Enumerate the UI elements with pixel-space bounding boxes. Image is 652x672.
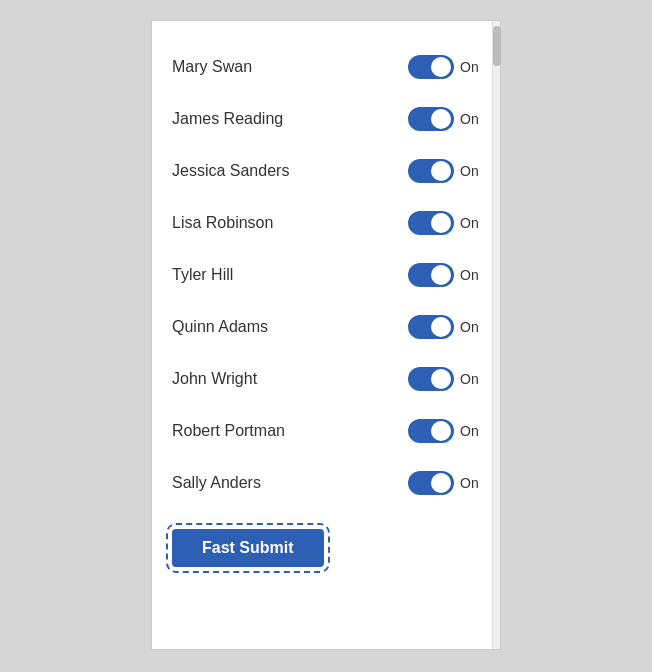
person-row-robert-portman: Robert PortmanOn — [172, 405, 480, 457]
toggle-john-wright[interactable] — [408, 367, 454, 391]
toggle-label-sally-anders: On — [460, 475, 480, 491]
toggle-label-jessica-sanders: On — [460, 163, 480, 179]
person-name-robert-portman: Robert Portman — [172, 422, 285, 440]
toggle-label-mary-swan: On — [460, 59, 480, 75]
toggle-group-sally-anders: On — [408, 471, 480, 495]
scroll-thumb[interactable] — [493, 26, 501, 66]
toggle-knob-mary-swan — [431, 57, 451, 77]
toggle-knob-tyler-hill — [431, 265, 451, 285]
toggle-group-tyler-hill: On — [408, 263, 480, 287]
person-row-james-reading: James ReadingOn — [172, 93, 480, 145]
toggle-label-james-reading: On — [460, 111, 480, 127]
person-row-lisa-robinson: Lisa RobinsonOn — [172, 197, 480, 249]
toggle-knob-robert-portman — [431, 421, 451, 441]
fast-submit-button[interactable]: Fast Submit — [172, 529, 324, 567]
toggle-mary-swan[interactable] — [408, 55, 454, 79]
toggle-group-quinn-adams: On — [408, 315, 480, 339]
toggle-knob-quinn-adams — [431, 317, 451, 337]
toggle-knob-jessica-sanders — [431, 161, 451, 181]
toggle-label-robert-portman: On — [460, 423, 480, 439]
toggle-knob-john-wright — [431, 369, 451, 389]
person-name-mary-swan: Mary Swan — [172, 58, 252, 76]
person-name-sally-anders: Sally Anders — [172, 474, 261, 492]
scrollbar[interactable] — [492, 21, 500, 649]
main-panel: Mary SwanOnJames ReadingOnJessica Sander… — [151, 20, 501, 650]
person-name-quinn-adams: Quinn Adams — [172, 318, 268, 336]
toggle-group-james-reading: On — [408, 107, 480, 131]
toggle-group-lisa-robinson: On — [408, 211, 480, 235]
toggle-group-robert-portman: On — [408, 419, 480, 443]
toggle-group-john-wright: On — [408, 367, 480, 391]
toggle-knob-james-reading — [431, 109, 451, 129]
toggle-group-mary-swan: On — [408, 55, 480, 79]
toggle-knob-lisa-robinson — [431, 213, 451, 233]
person-row-john-wright: John WrightOn — [172, 353, 480, 405]
person-row-quinn-adams: Quinn AdamsOn — [172, 301, 480, 353]
toggle-knob-sally-anders — [431, 473, 451, 493]
toggle-group-jessica-sanders: On — [408, 159, 480, 183]
person-row-mary-swan: Mary SwanOn — [172, 41, 480, 93]
toggle-lisa-robinson[interactable] — [408, 211, 454, 235]
person-name-jessica-sanders: Jessica Sanders — [172, 162, 289, 180]
toggle-quinn-adams[interactable] — [408, 315, 454, 339]
toggle-label-john-wright: On — [460, 371, 480, 387]
person-row-tyler-hill: Tyler HillOn — [172, 249, 480, 301]
toggle-label-tyler-hill: On — [460, 267, 480, 283]
person-name-lisa-robinson: Lisa Robinson — [172, 214, 273, 232]
toggle-jessica-sanders[interactable] — [408, 159, 454, 183]
person-row-sally-anders: Sally AndersOn — [172, 457, 480, 509]
toggle-robert-portman[interactable] — [408, 419, 454, 443]
people-list: Mary SwanOnJames ReadingOnJessica Sander… — [172, 41, 480, 509]
person-name-john-wright: John Wright — [172, 370, 257, 388]
toggle-tyler-hill[interactable] — [408, 263, 454, 287]
person-name-james-reading: James Reading — [172, 110, 283, 128]
toggle-sally-anders[interactable] — [408, 471, 454, 495]
person-name-tyler-hill: Tyler Hill — [172, 266, 233, 284]
toggle-label-lisa-robinson: On — [460, 215, 480, 231]
person-row-jessica-sanders: Jessica SandersOn — [172, 145, 480, 197]
toggle-label-quinn-adams: On — [460, 319, 480, 335]
toggle-james-reading[interactable] — [408, 107, 454, 131]
